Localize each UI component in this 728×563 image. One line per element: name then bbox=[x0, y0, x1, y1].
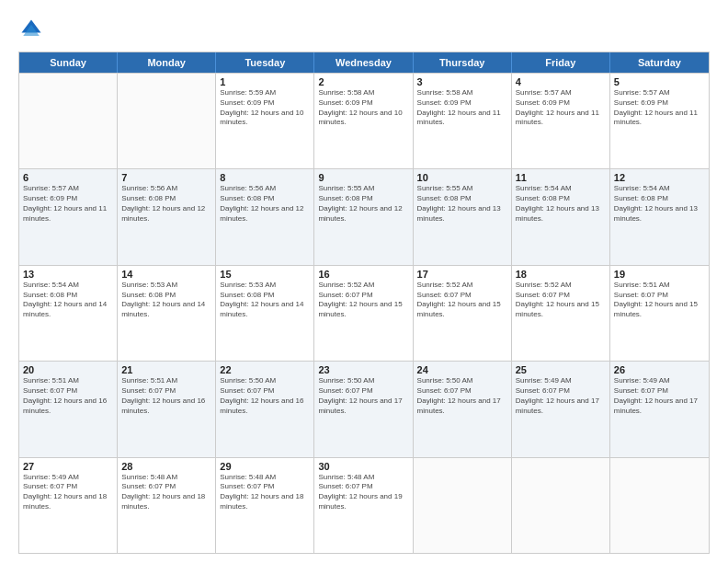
day-number: 9 bbox=[318, 172, 408, 183]
day-number: 25 bbox=[516, 364, 606, 375]
day-number: 1 bbox=[220, 76, 310, 87]
day-number: 11 bbox=[516, 172, 606, 183]
day-info: Sunrise: 5:48 AM Sunset: 6:07 PM Dayligh… bbox=[121, 473, 211, 512]
calendar-cell: 14Sunrise: 5:53 AM Sunset: 6:08 PM Dayli… bbox=[118, 266, 216, 361]
calendar-cell bbox=[512, 458, 610, 553]
day-number: 15 bbox=[220, 269, 310, 280]
calendar-cell: 20Sunrise: 5:51 AM Sunset: 6:07 PM Dayli… bbox=[19, 362, 118, 456]
calendar-cell: 2Sunrise: 5:58 AM Sunset: 6:09 PM Daylig… bbox=[314, 74, 413, 168]
calendar-cell bbox=[414, 458, 512, 553]
calendar-cell: 30Sunrise: 5:48 AM Sunset: 6:07 PM Dayli… bbox=[314, 458, 413, 553]
day-info: Sunrise: 5:52 AM Sunset: 6:07 PM Dayligh… bbox=[417, 281, 507, 320]
calendar-row-1: 1Sunrise: 5:59 AM Sunset: 6:09 PM Daylig… bbox=[19, 73, 709, 168]
calendar-header: SundayMondayTuesdayWednesdayThursdayFrid… bbox=[19, 52, 709, 73]
day-number: 19 bbox=[614, 269, 705, 280]
day-info: Sunrise: 5:55 AM Sunset: 6:08 PM Dayligh… bbox=[417, 184, 507, 224]
day-info: Sunrise: 5:56 AM Sunset: 6:08 PM Dayligh… bbox=[121, 184, 211, 224]
calendar-cell: 21Sunrise: 5:51 AM Sunset: 6:07 PM Dayli… bbox=[118, 362, 216, 456]
day-info: Sunrise: 5:49 AM Sunset: 6:07 PM Dayligh… bbox=[23, 473, 113, 512]
day-info: Sunrise: 5:57 AM Sunset: 6:09 PM Dayligh… bbox=[23, 184, 113, 224]
calendar-cell: 11Sunrise: 5:54 AM Sunset: 6:08 PM Dayli… bbox=[512, 169, 610, 264]
calendar-cell: 23Sunrise: 5:50 AM Sunset: 6:07 PM Dayli… bbox=[314, 362, 413, 456]
calendar-row-3: 13Sunrise: 5:54 AM Sunset: 6:08 PM Dayli… bbox=[19, 265, 709, 361]
calendar-cell: 17Sunrise: 5:52 AM Sunset: 6:07 PM Dayli… bbox=[414, 266, 512, 361]
day-number: 23 bbox=[318, 364, 408, 375]
day-number: 7 bbox=[121, 172, 211, 183]
calendar-body: 1Sunrise: 5:59 AM Sunset: 6:09 PM Daylig… bbox=[19, 73, 709, 553]
calendar-cell: 6Sunrise: 5:57 AM Sunset: 6:09 PM Daylig… bbox=[19, 169, 118, 264]
calendar-row-5: 27Sunrise: 5:49 AM Sunset: 6:07 PM Dayli… bbox=[19, 457, 709, 553]
day-info: Sunrise: 5:52 AM Sunset: 6:07 PM Dayligh… bbox=[318, 281, 408, 320]
calendar-cell: 4Sunrise: 5:57 AM Sunset: 6:09 PM Daylig… bbox=[512, 74, 610, 168]
calendar-cell: 8Sunrise: 5:56 AM Sunset: 6:08 PM Daylig… bbox=[216, 169, 314, 264]
day-number: 22 bbox=[220, 364, 310, 375]
calendar-row-2: 6Sunrise: 5:57 AM Sunset: 6:09 PM Daylig… bbox=[19, 168, 709, 264]
calendar-cell: 9Sunrise: 5:55 AM Sunset: 6:08 PM Daylig… bbox=[314, 169, 413, 264]
page: SundayMondayTuesdayWednesdayThursdayFrid… bbox=[0, 0, 728, 563]
day-number: 8 bbox=[220, 172, 310, 183]
day-info: Sunrise: 5:53 AM Sunset: 6:08 PM Dayligh… bbox=[121, 281, 211, 320]
day-number: 16 bbox=[318, 269, 408, 280]
day-number: 24 bbox=[417, 364, 507, 375]
day-number: 27 bbox=[23, 461, 113, 472]
day-number: 10 bbox=[417, 172, 507, 183]
day-header-tuesday: Tuesday bbox=[216, 52, 314, 73]
day-info: Sunrise: 5:49 AM Sunset: 6:07 PM Dayligh… bbox=[614, 376, 705, 416]
day-number: 13 bbox=[23, 269, 113, 280]
day-number: 18 bbox=[516, 269, 606, 280]
day-info: Sunrise: 5:53 AM Sunset: 6:08 PM Dayligh… bbox=[220, 281, 310, 320]
day-info: Sunrise: 5:51 AM Sunset: 6:07 PM Dayligh… bbox=[614, 281, 705, 320]
day-info: Sunrise: 5:51 AM Sunset: 6:07 PM Dayligh… bbox=[23, 376, 113, 416]
calendar-cell: 25Sunrise: 5:49 AM Sunset: 6:07 PM Dayli… bbox=[512, 362, 610, 456]
calendar-cell bbox=[610, 458, 709, 553]
calendar-cell: 18Sunrise: 5:52 AM Sunset: 6:07 PM Dayli… bbox=[512, 266, 610, 361]
day-header-friday: Friday bbox=[512, 52, 610, 73]
day-info: Sunrise: 5:50 AM Sunset: 6:07 PM Dayligh… bbox=[220, 376, 310, 416]
calendar-cell: 5Sunrise: 5:57 AM Sunset: 6:09 PM Daylig… bbox=[610, 74, 709, 168]
day-header-sunday: Sunday bbox=[19, 52, 118, 73]
calendar-cell: 15Sunrise: 5:53 AM Sunset: 6:08 PM Dayli… bbox=[216, 266, 314, 361]
calendar-cell: 22Sunrise: 5:50 AM Sunset: 6:07 PM Dayli… bbox=[216, 362, 314, 456]
calendar-cell: 19Sunrise: 5:51 AM Sunset: 6:07 PM Dayli… bbox=[610, 266, 709, 361]
day-number: 17 bbox=[417, 269, 507, 280]
day-info: Sunrise: 5:51 AM Sunset: 6:07 PM Dayligh… bbox=[121, 376, 211, 416]
day-number: 20 bbox=[23, 364, 113, 375]
day-header-monday: Monday bbox=[118, 52, 216, 73]
day-info: Sunrise: 5:56 AM Sunset: 6:08 PM Dayligh… bbox=[220, 184, 310, 224]
calendar-cell: 7Sunrise: 5:56 AM Sunset: 6:08 PM Daylig… bbox=[118, 169, 216, 264]
day-number: 28 bbox=[121, 461, 211, 472]
calendar: SundayMondayTuesdayWednesdayThursdayFrid… bbox=[18, 52, 710, 554]
day-number: 14 bbox=[121, 269, 211, 280]
day-info: Sunrise: 5:58 AM Sunset: 6:09 PM Dayligh… bbox=[318, 88, 408, 128]
day-number: 2 bbox=[318, 76, 408, 87]
calendar-cell: 29Sunrise: 5:48 AM Sunset: 6:07 PM Dayli… bbox=[216, 458, 314, 553]
day-header-thursday: Thursday bbox=[414, 52, 512, 73]
header bbox=[18, 17, 710, 42]
day-info: Sunrise: 5:48 AM Sunset: 6:07 PM Dayligh… bbox=[220, 473, 310, 512]
day-number: 29 bbox=[220, 461, 310, 472]
calendar-cell: 28Sunrise: 5:48 AM Sunset: 6:07 PM Dayli… bbox=[118, 458, 216, 553]
day-info: Sunrise: 5:59 AM Sunset: 6:09 PM Dayligh… bbox=[220, 88, 310, 128]
day-info: Sunrise: 5:48 AM Sunset: 6:07 PM Dayligh… bbox=[318, 473, 408, 512]
day-info: Sunrise: 5:54 AM Sunset: 6:08 PM Dayligh… bbox=[614, 184, 705, 224]
day-info: Sunrise: 5:57 AM Sunset: 6:09 PM Dayligh… bbox=[614, 88, 705, 128]
day-number: 12 bbox=[614, 172, 705, 183]
day-number: 21 bbox=[121, 364, 211, 375]
logo-icon bbox=[18, 17, 44, 42]
calendar-row-4: 20Sunrise: 5:51 AM Sunset: 6:07 PM Dayli… bbox=[19, 361, 709, 456]
day-info: Sunrise: 5:50 AM Sunset: 6:07 PM Dayligh… bbox=[318, 376, 408, 416]
day-number: 3 bbox=[417, 76, 507, 87]
day-info: Sunrise: 5:49 AM Sunset: 6:07 PM Dayligh… bbox=[516, 376, 606, 416]
day-info: Sunrise: 5:54 AM Sunset: 6:08 PM Dayligh… bbox=[516, 184, 606, 224]
day-info: Sunrise: 5:57 AM Sunset: 6:09 PM Dayligh… bbox=[516, 88, 606, 128]
calendar-cell bbox=[19, 74, 118, 168]
logo bbox=[18, 17, 48, 42]
day-number: 4 bbox=[516, 76, 606, 87]
day-number: 6 bbox=[23, 172, 113, 183]
day-number: 5 bbox=[614, 76, 705, 87]
day-info: Sunrise: 5:52 AM Sunset: 6:07 PM Dayligh… bbox=[516, 281, 606, 320]
calendar-cell: 24Sunrise: 5:50 AM Sunset: 6:07 PM Dayli… bbox=[414, 362, 512, 456]
day-number: 26 bbox=[614, 364, 705, 375]
calendar-cell: 10Sunrise: 5:55 AM Sunset: 6:08 PM Dayli… bbox=[414, 169, 512, 264]
day-info: Sunrise: 5:50 AM Sunset: 6:07 PM Dayligh… bbox=[417, 376, 507, 416]
